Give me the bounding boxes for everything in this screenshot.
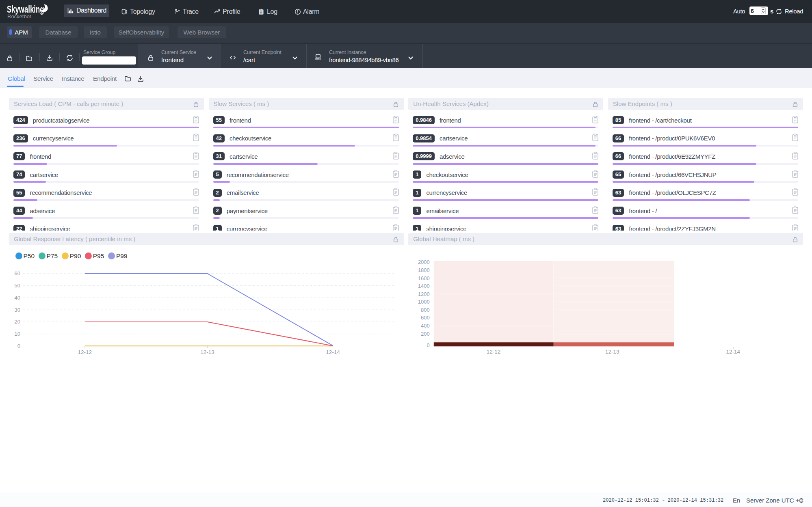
svg-text:12-12: 12-12 <box>487 349 501 355</box>
svg-text:0: 0 <box>17 343 20 349</box>
svg-text:10: 10 <box>15 331 20 337</box>
svg-text:12-14: 12-14 <box>726 349 741 355</box>
svg-text:50: 50 <box>15 283 20 289</box>
svg-text:600: 600 <box>421 315 430 321</box>
svg-text:1200: 1200 <box>418 291 430 297</box>
svg-text:12-13: 12-13 <box>200 349 214 355</box>
svg-text:200: 200 <box>421 330 430 337</box>
svg-text:2000: 2000 <box>418 259 430 265</box>
svg-text:400: 400 <box>421 323 430 329</box>
svg-text:20: 20 <box>15 319 20 325</box>
svg-text:1400: 1400 <box>418 283 430 289</box>
svg-text:30: 30 <box>15 306 20 313</box>
svg-text:0: 0 <box>427 342 430 348</box>
svg-text:1800: 1800 <box>418 267 430 273</box>
svg-text:40: 40 <box>15 295 20 301</box>
svg-text:1000: 1000 <box>418 299 430 305</box>
svg-text:12-12: 12-12 <box>78 349 92 355</box>
svg-text:800: 800 <box>421 306 430 313</box>
svg-text:60: 60 <box>15 270 20 276</box>
svg-text:12-14: 12-14 <box>326 349 340 355</box>
svg-text:1600: 1600 <box>418 275 430 281</box>
svg-text:12-13: 12-13 <box>605 349 619 355</box>
